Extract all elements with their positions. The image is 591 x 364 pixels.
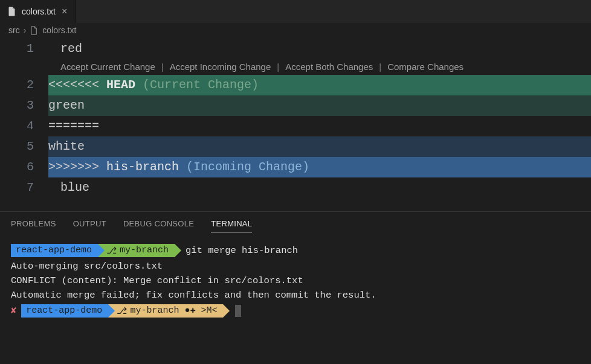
tab-filename: colors.txt bbox=[22, 7, 56, 16]
line-number: 1 bbox=[0, 39, 48, 59]
accept-current-link[interactable]: Accept Current Change bbox=[60, 59, 155, 75]
code-line[interactable]: green bbox=[48, 95, 591, 116]
terminal[interactable]: react-app-demo ⎇my-branch git merge his-… bbox=[0, 238, 591, 323]
error-indicator-icon: ✘ bbox=[11, 304, 21, 318]
line-number: 5 bbox=[0, 136, 48, 157]
conflict-incoming-marker[interactable]: >>>>>>> his-branch (Incoming Change) bbox=[48, 157, 591, 177]
file-tab[interactable]: colors.txt × bbox=[0, 0, 76, 23]
conflict-divider[interactable]: ======= bbox=[48, 116, 591, 136]
code-line[interactable]: red bbox=[48, 39, 591, 59]
code-line[interactable]: white bbox=[48, 136, 591, 157]
branch-icon: ⎇ bbox=[106, 243, 117, 257]
breadcrumb-folder[interactable]: src bbox=[8, 25, 20, 35]
editor[interactable]: 1 red Accept Current Change | Accept Inc… bbox=[0, 39, 591, 202]
bottom-panel: PROBLEMS OUTPUT DEBUG CONSOLE TERMINAL r… bbox=[0, 211, 591, 323]
terminal-prompt: ✘ react-app-demo ⎇my-branch ●✚ >M< bbox=[11, 304, 580, 318]
line-number: 4 bbox=[0, 116, 48, 136]
conflict-head-marker[interactable]: <<<<<<< HEAD (Current Change) bbox=[48, 75, 591, 95]
file-icon bbox=[30, 26, 39, 35]
line-number: 7 bbox=[0, 177, 48, 198]
prompt-branch-segment: ⎇my-branch bbox=[98, 244, 175, 257]
terminal-output: CONFLICT (content): Merge conflict in sr… bbox=[11, 273, 580, 288]
chevron-right-icon: › bbox=[24, 25, 27, 35]
branch-icon: ⎇ bbox=[117, 304, 127, 318]
code-line[interactable]: blue bbox=[48, 177, 591, 198]
line-number: 3 bbox=[0, 95, 48, 116]
prompt-branch-segment: ⎇my-branch ●✚ >M< bbox=[108, 304, 223, 318]
accept-incoming-link[interactable]: Accept Incoming Change bbox=[170, 59, 271, 75]
terminal-command: git merge his-branch bbox=[186, 243, 298, 258]
tab-bar: colors.txt × bbox=[0, 0, 591, 23]
prompt-dir-segment: react-app-demo bbox=[11, 244, 98, 257]
accept-both-link[interactable]: Accept Both Changes bbox=[285, 59, 373, 75]
terminal-prompt: react-app-demo ⎇my-branch git merge his-… bbox=[11, 243, 580, 258]
line-number: 6 bbox=[0, 157, 48, 177]
terminal-output: Auto-merging src/colors.txt bbox=[11, 259, 580, 273]
tab-terminal[interactable]: TERMINAL bbox=[211, 219, 252, 232]
prompt-dir-segment: react-app-demo bbox=[21, 304, 108, 318]
line-number: 2 bbox=[0, 75, 48, 95]
tab-debug-console[interactable]: DEBUG CONSOLE bbox=[123, 219, 194, 232]
file-icon bbox=[7, 7, 17, 16]
compare-changes-link[interactable]: Compare Changes bbox=[387, 59, 463, 75]
close-icon[interactable]: × bbox=[60, 7, 68, 16]
merge-codelens: Accept Current Change | Accept Incoming … bbox=[48, 59, 591, 75]
panel-tabs: PROBLEMS OUTPUT DEBUG CONSOLE TERMINAL bbox=[0, 212, 591, 238]
terminal-output: Automatic merge failed; fix conflicts an… bbox=[11, 288, 580, 302]
terminal-cursor bbox=[235, 305, 241, 317]
breadcrumb[interactable]: src › colors.txt bbox=[0, 23, 591, 39]
tab-problems[interactable]: PROBLEMS bbox=[11, 219, 56, 232]
tab-output[interactable]: OUTPUT bbox=[73, 219, 106, 232]
breadcrumb-file[interactable]: colors.txt bbox=[42, 25, 76, 35]
